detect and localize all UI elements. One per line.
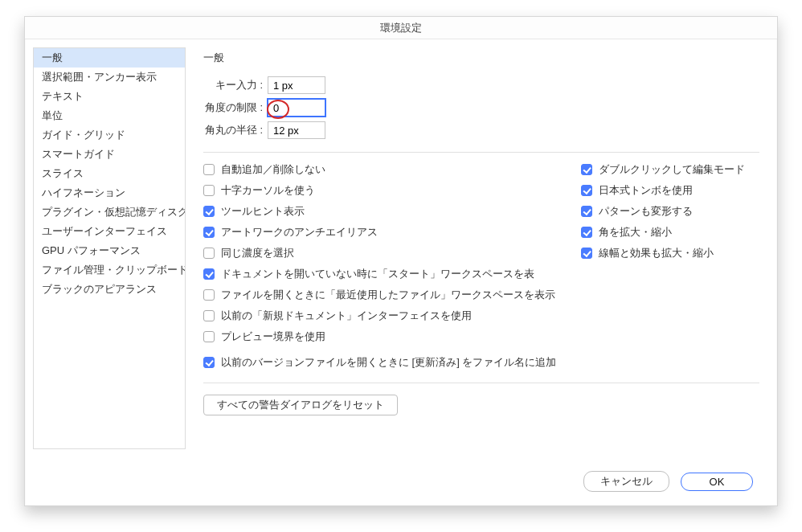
sidebar-item[interactable]: ハイフネーション [34, 183, 185, 203]
checkbox-row[interactable]: 自動追加／削除しない [203, 162, 562, 177]
preferences-dialog: 環境設定 一般選択範囲・アンカー表示テキスト単位ガイド・グリッドスマートガイドス… [24, 16, 778, 506]
checkbox-row[interactable]: ドキュメントを開いていない時に「スタート」ワークスペースを表 [203, 267, 562, 281]
checkbox-row[interactable]: 十字カーソルを使う [203, 183, 562, 198]
checkbox[interactable] [581, 185, 592, 196]
checkbox[interactable] [203, 310, 215, 321]
checkbox-label: 以前の「新規ドキュメント」インターフェイスを使用 [221, 309, 472, 323]
checkbox-row[interactable]: 以前のバージョンファイルを開くときに [更新済み] をファイル名に追加 [203, 355, 759, 370]
separator [203, 152, 759, 153]
sidebar-item[interactable]: プラグイン・仮想記憶ディスク [34, 203, 185, 222]
checkbox-row[interactable]: ファイルを開くときに「最近使用したファイル」ワークスペースを表示 [203, 288, 562, 302]
sidebar-item[interactable]: 単位 [34, 106, 185, 125]
field-angle-limit-label: 角度の制限 : [203, 100, 268, 115]
checkbox-label: 同じ濃度を選択 [221, 246, 294, 260]
checkbox[interactable] [581, 164, 592, 175]
field-key-input-label: キー入力 : [203, 78, 268, 92]
checkbox-label: 以前のバージョンファイルを開くときに [更新済み] をファイル名に追加 [221, 355, 556, 370]
sidebar-item[interactable]: 選択範囲・アンカー表示 [34, 68, 185, 87]
checkbox[interactable] [203, 185, 215, 196]
checkbox[interactable] [203, 248, 215, 259]
checkbox-row[interactable]: ツールヒント表示 [203, 204, 562, 219]
checkbox[interactable] [203, 289, 215, 301]
sidebar-item[interactable]: テキスト [34, 87, 185, 106]
checkbox-label: アートワークのアンチエイリアス [221, 225, 378, 239]
sidebar-item[interactable]: ガイド・グリッド [34, 125, 185, 145]
checkbox-label: ダブルクリックして編集モード [599, 162, 745, 177]
checkbox-row[interactable]: パターンも変形する [581, 204, 759, 219]
sidebar-item[interactable]: ユーザーインターフェイス [34, 222, 185, 241]
cancel-button[interactable]: キャンセル [583, 471, 669, 492]
checkbox-col-right: ダブルクリックして編集モード日本式トンボを使用パターンも変形する角を拡大・縮小線… [581, 162, 759, 344]
separator [203, 383, 759, 383]
field-corner-radius-row: 角丸の半径 : [203, 121, 759, 139]
checkbox-label: ツールヒント表示 [221, 204, 305, 219]
field-corner-radius-label: 角丸の半径 : [203, 123, 268, 137]
sidebar-item[interactable]: スマートガイド [34, 145, 185, 164]
checkbox[interactable] [203, 164, 215, 175]
sidebar-item[interactable]: ファイル管理・クリップボード [34, 260, 185, 280]
checkbox-row[interactable]: 線幅と効果も拡大・縮小 [581, 246, 759, 260]
sidebar-item[interactable]: ブラックのアピアランス [34, 280, 185, 299]
checkbox-label: 線幅と効果も拡大・縮小 [599, 246, 714, 260]
checkbox[interactable] [203, 206, 215, 217]
field-key-input-row: キー入力 : [203, 76, 759, 94]
checkbox-label: パターンも変形する [599, 204, 693, 219]
checkbox-columns: 自動追加／削除しない十字カーソルを使うツールヒント表示アートワークのアンチエイリ… [203, 162, 759, 344]
checkbox[interactable] [581, 248, 592, 259]
checkbox[interactable] [203, 357, 215, 368]
checkbox-label: ファイルを開くときに「最近使用したファイル」ワークスペースを表示 [221, 288, 555, 302]
checkbox-row[interactable]: 以前の「新規ドキュメント」インターフェイスを使用 [203, 309, 562, 323]
checkbox-row[interactable]: アートワークのアンチエイリアス [203, 225, 562, 239]
checkbox-label: 十字カーソルを使う [221, 183, 315, 198]
sidebar: 一般選択範囲・アンカー表示テキスト単位ガイド・グリッドスマートガイドスライスハイ… [25, 39, 186, 457]
sidebar-item[interactable]: 一般 [34, 48, 185, 68]
main-panel: 一般 キー入力 : 角度の制限 : 角丸の半径 : 自動追加／削除 [186, 39, 777, 457]
checkbox-label: 自動追加／削除しない [221, 162, 325, 177]
checkbox[interactable] [203, 331, 215, 342]
checkbox-row[interactable]: プレビュー境界を使用 [203, 329, 562, 344]
field-angle-limit[interactable] [268, 99, 325, 117]
checkbox[interactable] [581, 227, 592, 238]
dialog-title: 環境設定 [25, 17, 777, 39]
checkbox-row[interactable]: 同じ濃度を選択 [203, 246, 562, 260]
checkbox[interactable] [203, 268, 215, 280]
dialog-footer: キャンセル OK [25, 457, 777, 505]
field-angle-limit-row: 角度の制限 : [203, 99, 759, 117]
sidebar-list: 一般選択範囲・アンカー表示テキスト単位ガイド・グリッドスマートガイドスライスハイ… [33, 47, 186, 449]
checkbox-col-left: 自動追加／削除しない十字カーソルを使うツールヒント表示アートワークのアンチエイリ… [203, 162, 562, 344]
checkbox-row[interactable]: 角を拡大・縮小 [581, 225, 759, 239]
checkbox-label: 日本式トンボを使用 [599, 183, 693, 198]
field-corner-radius[interactable] [268, 121, 325, 139]
checkbox-label: プレビュー境界を使用 [221, 329, 325, 344]
sidebar-item[interactable]: スライス [34, 164, 185, 183]
sidebar-item[interactable]: GPU パフォーマンス [34, 241, 185, 260]
reset-dialogs-button[interactable]: すべての警告ダイアログをリセット [203, 395, 398, 415]
checkbox-row[interactable]: 日本式トンボを使用 [581, 183, 759, 198]
checkbox-label: 角を拡大・縮小 [599, 225, 672, 239]
checkbox[interactable] [203, 227, 215, 238]
checkbox[interactable] [581, 206, 592, 217]
ok-button[interactable]: OK [681, 473, 753, 491]
checkbox-row[interactable]: ダブルクリックして編集モード [581, 162, 759, 177]
field-key-input[interactable] [268, 76, 325, 94]
panel-heading: 一般 [203, 51, 759, 65]
checkbox-label: ドキュメントを開いていない時に「スタート」ワークスペースを表 [221, 267, 534, 281]
